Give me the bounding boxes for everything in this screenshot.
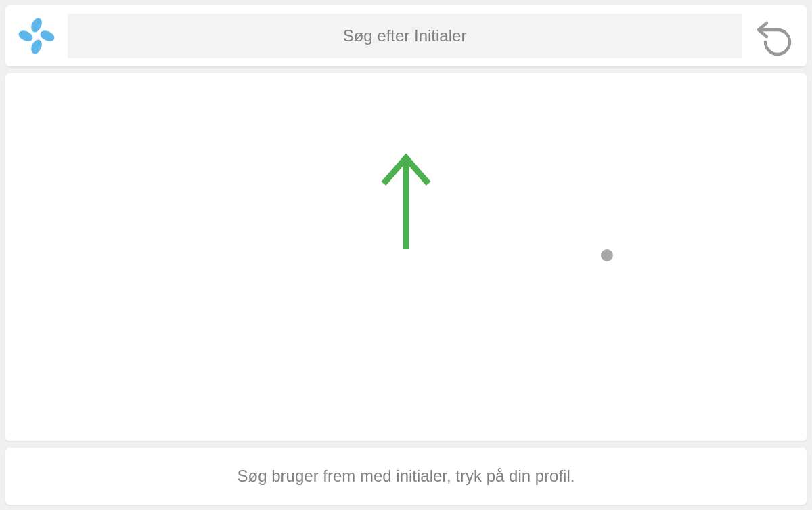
svg-point-3 <box>18 28 35 43</box>
header-bar <box>5 5 807 66</box>
svg-point-0 <box>29 17 44 34</box>
main-content-area <box>5 73 807 441</box>
svg-point-2 <box>29 38 44 55</box>
app-logo-icon <box>18 17 55 55</box>
instruction-text: Søg bruger frem med initialer, tryk på d… <box>238 467 575 486</box>
search-input[interactable] <box>68 14 742 58</box>
undo-refresh-icon <box>754 16 794 56</box>
cursor-dot-icon <box>601 249 613 261</box>
footer-instruction-bar: Søg bruger frem med initialer, tryk på d… <box>5 448 807 505</box>
svg-point-1 <box>39 28 55 43</box>
refresh-button[interactable] <box>754 16 794 56</box>
arrow-up-icon <box>376 151 436 255</box>
